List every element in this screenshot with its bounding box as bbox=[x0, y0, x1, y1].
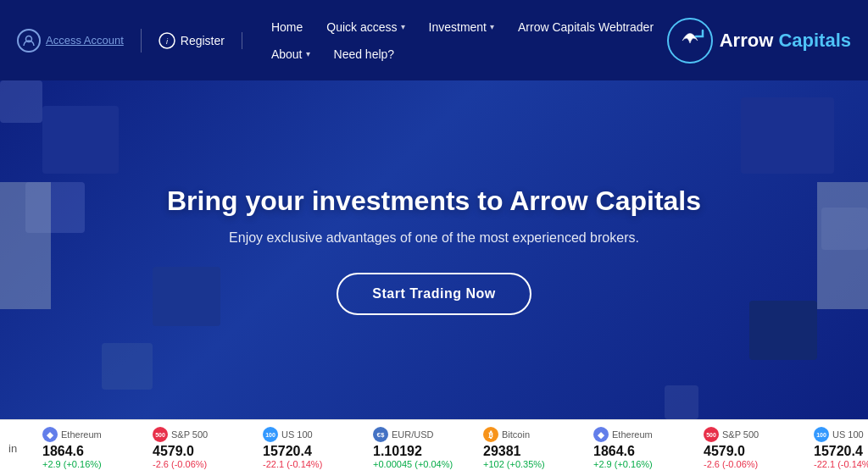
ticker-change: +2.9 (+0.16%) bbox=[42, 459, 102, 469]
ticker-item-eurusd: €$ EUR/USD 1.10192 +0.00045 (+0.04%) bbox=[373, 427, 466, 469]
logo-icon bbox=[667, 18, 713, 64]
deco-square-1 bbox=[42, 106, 119, 174]
ticker-change: +2.9 (+0.16%) bbox=[593, 459, 653, 469]
register-label[interactable]: Register bbox=[181, 34, 225, 47]
hero-subtitle: Enjoy exclusive advantages of one of the… bbox=[167, 230, 701, 246]
deco-square-7 bbox=[749, 301, 817, 360]
logo-arrow: Arrow bbox=[720, 30, 774, 51]
sp500-icon: 500 bbox=[704, 427, 719, 442]
ethereum-icon: ◆ bbox=[42, 427, 58, 442]
ethereum-icon: ◆ bbox=[593, 427, 609, 442]
ticker-item-bitcoin: ₿ Bitcoin 29381 +102 (+0.35%) bbox=[483, 427, 576, 469]
logo-text: Arrow Capitals bbox=[720, 30, 851, 52]
ticker-change: -2.6 (-0.06%) bbox=[153, 459, 207, 469]
ticker-partial-left: in bbox=[8, 442, 25, 455]
logo-capitals: Capitals bbox=[778, 30, 851, 51]
start-trading-button[interactable]: Start Trading Now bbox=[337, 273, 531, 315]
ticker-change: -22.1 (-0.14%) bbox=[814, 459, 868, 469]
ticker-label: ₿ Bitcoin bbox=[483, 427, 530, 442]
side-panel-right bbox=[817, 182, 868, 309]
side-panel-left bbox=[0, 182, 51, 309]
nav-investment[interactable]: Investment ▾ bbox=[417, 14, 506, 41]
hero-section: Bring your investments to Arrow Capitals… bbox=[0, 80, 868, 419]
chevron-down-icon: ▾ bbox=[490, 22, 494, 31]
navbar: Access Account i Register Home Quick acc… bbox=[0, 0, 868, 80]
deco-square-2 bbox=[25, 182, 85, 233]
ticker-label: ◆ Ethereum bbox=[42, 427, 102, 442]
ticker-price: 29381 bbox=[483, 444, 521, 459]
ticker-label: ◆ Ethereum bbox=[593, 427, 653, 442]
logo-area: Arrow Capitals bbox=[667, 18, 851, 64]
hero-title: Bring your investments to Arrow Capitals bbox=[167, 185, 701, 217]
ticker-label: 500 S&P 500 bbox=[153, 427, 208, 442]
deco-square-6 bbox=[741, 97, 834, 174]
nav-webtrader[interactable]: Arrow Capitals Webtrader bbox=[506, 14, 665, 41]
nav-about[interactable]: About ▾ bbox=[259, 41, 322, 68]
eurusd-icon: €$ bbox=[373, 427, 388, 442]
ticker-price: 15720.4 bbox=[263, 444, 312, 459]
nav-need-help[interactable]: Need help? bbox=[322, 41, 407, 68]
ticker-price: 15720.4 bbox=[814, 444, 863, 459]
ticker-price: 4579.0 bbox=[153, 444, 194, 459]
svg-text:i: i bbox=[166, 37, 169, 46]
register-section: i Register bbox=[142, 32, 242, 49]
ticker-price: 1864.6 bbox=[593, 444, 635, 459]
sp500-icon: 500 bbox=[153, 427, 168, 442]
ticker-change: +102 (+0.35%) bbox=[483, 459, 545, 469]
ticker-change: -2.6 (-0.06%) bbox=[704, 459, 758, 469]
account-icon bbox=[17, 29, 41, 53]
chevron-down-icon: ▾ bbox=[306, 49, 310, 58]
access-account-link[interactable]: Access Account bbox=[46, 34, 124, 47]
ticker-item-ethereum-1: ◆ Ethereum 1864.6 +2.9 (+0.16%) bbox=[42, 427, 136, 469]
logo: Arrow Capitals bbox=[667, 18, 851, 64]
hero-content: Bring your investments to Arrow Capitals… bbox=[133, 185, 735, 315]
deco-square-8 bbox=[821, 208, 868, 250]
bitcoin-icon: ₿ bbox=[483, 427, 498, 442]
access-account-section: Access Account bbox=[17, 29, 142, 53]
register-icon: i bbox=[159, 32, 175, 49]
nav-links: Home Quick access ▾ Investment ▾ Arrow C… bbox=[242, 14, 667, 68]
ticker-item-sp500-2: 500 S&P 500 4579.0 -2.6 (-0.06%) bbox=[704, 427, 797, 469]
nav-home[interactable]: Home bbox=[259, 14, 314, 41]
us100-icon: 100 bbox=[814, 427, 829, 442]
ticker-item-us100-1: 100 US 100 15720.4 -22.1 (-0.14%) bbox=[263, 427, 356, 469]
deco-square-3 bbox=[0, 80, 42, 123]
ticker-change: +0.00045 (+0.04%) bbox=[373, 459, 453, 469]
ticker-label: 100 US 100 bbox=[263, 427, 313, 442]
us100-icon: 100 bbox=[263, 427, 278, 442]
nav-quick-access[interactable]: Quick access ▾ bbox=[314, 14, 416, 41]
deco-square-9 bbox=[665, 385, 698, 419]
chevron-down-icon: ▾ bbox=[401, 22, 405, 31]
ticker-bar: in ◆ Ethereum 1864.6 +2.9 (+0.16%) 500 S… bbox=[0, 419, 868, 476]
ticker-label: 100 US 100 bbox=[814, 427, 864, 442]
ticker-label: 500 S&P 500 bbox=[704, 427, 759, 442]
deco-square-5 bbox=[102, 343, 153, 390]
ticker-item-ethereum-2: ◆ Ethereum 1864.6 +2.9 (+0.16%) bbox=[593, 427, 687, 469]
ticker-price: 1864.6 bbox=[42, 444, 84, 459]
ticker-label: €$ EUR/USD bbox=[373, 427, 434, 442]
ticker-price: 1.10192 bbox=[373, 444, 422, 459]
ticker-change: -22.1 (-0.14%) bbox=[263, 459, 322, 469]
ticker-item-us100-2: 100 US 100 15720.4 -22.1 (-0.14%) bbox=[814, 427, 868, 469]
ticker-price: 4579.0 bbox=[704, 444, 745, 459]
ticker-item-sp500-1: 500 S&P 500 4579.0 -2.6 (-0.06%) bbox=[153, 427, 246, 469]
